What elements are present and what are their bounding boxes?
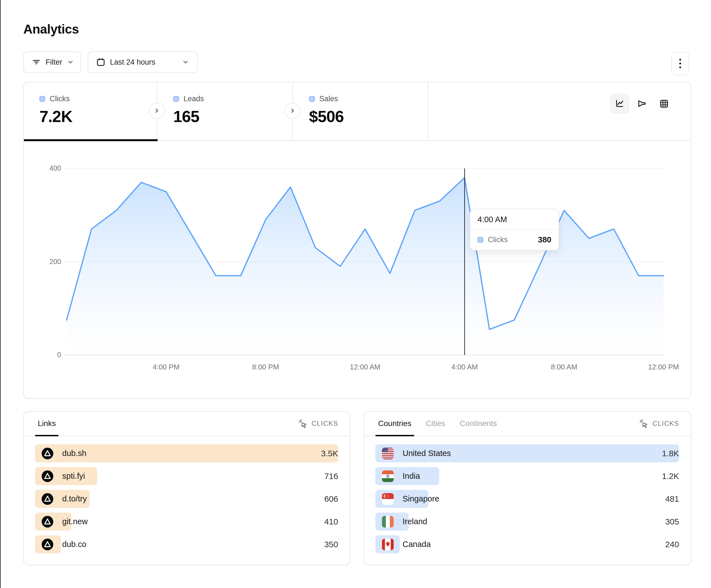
expand-sales-button[interactable] <box>284 103 301 119</box>
chart-tooltip: 4:00 AM Clicks 380 <box>470 209 559 250</box>
clicks-series-marker <box>477 237 483 243</box>
chart-area-fill <box>67 178 664 355</box>
tooltip-time: 4:00 AM <box>470 209 559 230</box>
chevron-right-icon <box>289 107 296 114</box>
expand-leads-button[interactable] <box>149 103 165 119</box>
chevron-right-icon <box>153 107 160 114</box>
clicks-area-chart[interactable] <box>0 0 711 588</box>
tooltip-value: 380 <box>538 235 552 244</box>
analytics-page: Analytics Filter Last 24 hours <box>0 0 711 588</box>
tooltip-series-label: Clicks <box>488 235 534 244</box>
